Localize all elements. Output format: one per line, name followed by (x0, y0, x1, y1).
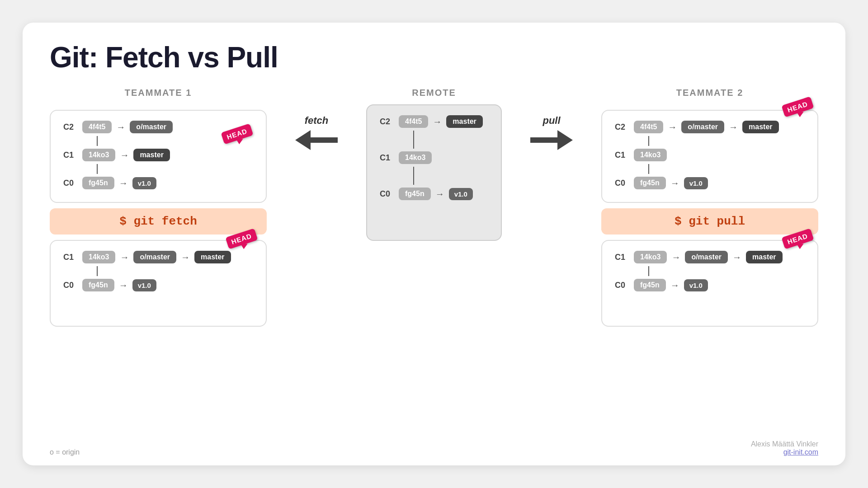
t1-before-c1-arrow: → (120, 150, 129, 160)
remote-c1-label: C1 (380, 153, 394, 163)
t1-before-c0-hash: fg45n (82, 177, 114, 189)
pull-arrow (530, 130, 573, 150)
t2-after-c0-v1: v1.0 (684, 279, 708, 291)
t2-before-v1 (648, 136, 649, 146)
t2-before-c1-hash: 14ko3 (634, 149, 667, 161)
t1-before-c0-arrow: → (119, 178, 128, 188)
t1-before-c0-label: C0 (63, 178, 78, 188)
t2-after-c1-omaster: o/master (685, 251, 728, 263)
pull-shaft (530, 137, 557, 143)
remote-c2-arrow: → (433, 117, 442, 127)
t2-after-c0-label: C0 (615, 281, 629, 290)
t1-before-c1-row: C1 14ko3 → master (63, 149, 253, 161)
teammate2-label: TEAMMATE 2 (601, 88, 818, 98)
t1-after-v1 (97, 266, 98, 276)
footer-note: o = origin (50, 448, 80, 456)
t1-before-v2 (97, 164, 98, 174)
t2-before-c0-label: C0 (615, 178, 629, 188)
t1-after-c1-master: master (194, 251, 231, 263)
footer-right: Alexis Määttä Vinkler git-init.com (751, 440, 818, 456)
t2-before-c0-row: C0 fg45n → v1.0 (615, 177, 805, 189)
fetch-arrowhead (295, 130, 311, 150)
page-title: Git: Fetch vs Pull (50, 41, 818, 74)
t2-after-c1-hash: 14ko3 (634, 251, 667, 263)
remote-c2-master: master (446, 115, 482, 128)
teammate1-col: TEAMMATE 1 HEAD C2 4f4t5 → o/master C1 1… (50, 88, 267, 327)
t2-after-c1-row: C1 14ko3 → o/master → master (615, 251, 805, 263)
t2-after-c1-label: C1 (615, 253, 629, 262)
main-columns: TEAMMATE 1 HEAD C2 4f4t5 → o/master C1 1… (50, 88, 818, 327)
teammate2-before-box: HEAD C2 4f4t5 → o/master → master C1 14k… (601, 110, 818, 203)
remote-c0-arrow: → (435, 189, 444, 199)
t1-after-c0-arrow: → (119, 280, 128, 291)
t1-after-c1-hash: 14ko3 (82, 251, 115, 263)
t1-after-c1-arrow1: → (120, 252, 129, 263)
t2-after-c1-arrow2: → (732, 252, 741, 263)
t1-before-v1 (97, 136, 98, 146)
t1-before-c2-hash: 4f4t5 (82, 121, 112, 133)
t2-before-c0-arrow: → (670, 178, 679, 188)
teammate1-command: $ git fetch (50, 208, 267, 235)
footer-author: Alexis Määttä Vinkler (751, 440, 818, 448)
slide: Git: Fetch vs Pull TEAMMATE 1 HEAD C2 4f… (23, 23, 845, 465)
t2-before-c2-label: C2 (615, 122, 629, 132)
t1-before-c1-hash: 14ko3 (82, 149, 115, 161)
remote-c2-hash: 4f4t5 (399, 115, 428, 128)
pull-arrow-area: pull (524, 88, 579, 150)
footer-site: git-init.com (751, 448, 818, 456)
t1-before-c1-label: C1 (63, 150, 78, 160)
teammate2-command: $ git pull (601, 208, 818, 235)
t2-before-c2-arrow2: → (729, 122, 738, 132)
teammate1-before-box: HEAD C2 4f4t5 → o/master C1 14ko3 → mast… (50, 110, 267, 203)
t1-before-c0-v1: v1.0 (132, 177, 156, 189)
fetch-arrow (295, 130, 338, 150)
t2-after-c1-arrow1: → (671, 252, 680, 263)
t1-after-c0-label: C0 (63, 281, 78, 290)
teammate2-before-head-badge: HEAD (782, 96, 814, 117)
pull-arrowhead (557, 130, 573, 150)
t1-before-c0-row: C0 fg45n → v1.0 (63, 177, 253, 189)
t1-after-c1-row: C1 14ko3 → o/master → master (63, 251, 253, 263)
t2-before-c1-row: C1 14ko3 (615, 149, 805, 161)
fetch-arrow-area: fetch (289, 88, 344, 150)
t1-before-c2-label: C2 (63, 122, 78, 132)
t2-before-c2-master: master (742, 121, 778, 133)
remote-c0-v1: v1.0 (449, 188, 473, 200)
pull-label: pull (542, 115, 560, 127)
t1-after-c1-arrow2: → (181, 252, 190, 263)
t1-before-c2-arrow: → (116, 122, 125, 132)
remote-c0-row: C0 fg45n → v1.0 (380, 188, 488, 200)
t1-after-c0-hash: fg45n (82, 279, 114, 291)
remote-c2-label: C2 (380, 117, 394, 127)
remote-v1 (413, 131, 414, 149)
t1-before-c1-master: master (133, 149, 170, 161)
teammate2-after-box: HEAD C1 14ko3 → o/master → master C0 fg4… (601, 240, 818, 327)
t1-before-c2-omaster: o/master (130, 121, 173, 133)
remote-col: REMOTE C2 4f4t5 → master C1 14ko3 (366, 88, 502, 241)
fetch-label: fetch (305, 115, 329, 127)
remote-c0-hash: fg45n (399, 188, 431, 200)
teammate2-col: TEAMMATE 2 HEAD C2 4f4t5 → o/master → ma… (601, 88, 818, 327)
remote-v2 (413, 167, 414, 185)
t2-before-c2-row: C2 4f4t5 → o/master → master (615, 121, 805, 133)
t2-after-c1-master: master (746, 251, 782, 263)
t2-after-c0-row: C0 fg45n → v1.0 (615, 279, 805, 291)
remote-c1-row: C1 14ko3 (380, 151, 488, 164)
t1-after-c0-row: C0 fg45n → v1.0 (63, 279, 253, 291)
t2-before-v2 (648, 164, 649, 174)
t2-after-c0-hash: fg45n (634, 279, 666, 291)
t2-after-v1 (648, 266, 649, 276)
remote-label: REMOTE (412, 88, 456, 98)
t2-before-c2-hash: 4f4t5 (634, 121, 663, 133)
t2-before-c1-label: C1 (615, 150, 629, 160)
remote-box: C2 4f4t5 → master C1 14ko3 C0 fg45n → (366, 104, 502, 241)
t2-before-c0-hash: fg45n (634, 177, 666, 189)
t1-after-c1-label: C1 (63, 253, 78, 262)
teammate1-after-box: HEAD C1 14ko3 → o/master → master C0 fg4… (50, 240, 267, 327)
t2-before-c2-omaster: o/master (681, 121, 724, 133)
teammate1-label: TEAMMATE 1 (50, 88, 267, 98)
remote-c1-hash: 14ko3 (399, 151, 432, 164)
t2-before-c2-arrow1: → (668, 122, 677, 132)
fetch-shaft (311, 137, 338, 143)
remote-c0-label: C0 (380, 189, 394, 199)
